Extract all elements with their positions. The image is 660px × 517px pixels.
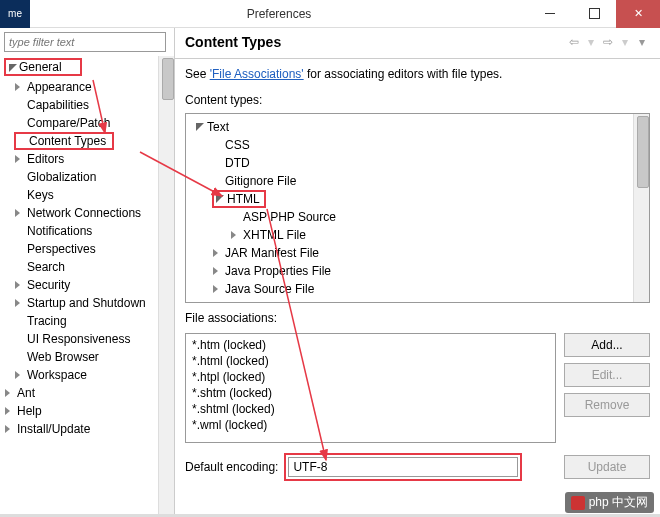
encoding-label: Default encoding: [185,460,278,474]
app-badge: me [0,0,30,28]
edit-button[interactable]: Edit... [564,363,650,387]
content-types-label: Content types: [185,93,650,107]
list-item[interactable]: *.htpl (locked) [192,370,549,386]
window-title: Preferences [30,7,528,21]
expand-icon[interactable] [194,122,205,133]
page-title: Content Types [185,34,566,50]
tree-item[interactable]: Web Browser [27,350,99,364]
ct-item[interactable]: Java Source File [225,282,314,296]
expand-icon[interactable] [14,298,25,309]
expand-icon[interactable] [230,230,241,241]
tree-item[interactable]: UI Responsiveness [27,332,130,346]
expand-icon[interactable] [6,62,17,73]
left-panel: General Appearance Capabilities Compare/… [0,28,175,517]
tree-item[interactable]: Editors [27,152,64,166]
expand-icon[interactable] [212,266,223,277]
tree-item[interactable]: Search [27,260,65,274]
tree-item[interactable]: Keys [27,188,54,202]
ct-item[interactable]: CSS [225,138,250,152]
list-item[interactable]: *.htm (locked) [192,338,549,354]
tree-item[interactable]: Globalization [27,170,96,184]
ct-item[interactable]: ASP PHP Source [243,210,336,224]
expand-icon[interactable] [4,424,15,435]
tree-item-help[interactable]: Help [17,404,42,418]
tree-item-content-types[interactable]: Content Types [29,134,106,148]
expand-icon[interactable] [14,370,25,381]
ct-item[interactable]: Java Properties File [225,264,331,278]
expand-icon[interactable] [14,82,25,93]
expand-icon[interactable] [212,284,223,295]
scrollbar[interactable] [633,114,649,302]
expand-icon[interactable] [14,280,25,291]
tree-item[interactable]: Appearance [27,80,92,94]
watermark-icon [571,496,585,510]
tree-item[interactable]: Security [27,278,70,292]
right-panel: Content Types ⇦▾ ⇨▾ ▾ See 'File Associat… [175,28,660,517]
tree-item[interactable]: Workspace [27,368,87,382]
ct-item[interactable]: JAR Manifest File [225,246,319,260]
tree-item[interactable]: Startup and Shutdown [27,296,146,310]
tree-item[interactable]: Compare/Patch [27,116,110,130]
expand-icon[interactable] [4,388,15,399]
tree-item-ant[interactable]: Ant [17,386,35,400]
filter-input[interactable] [4,32,166,52]
ct-item[interactable]: Gitignore File [225,174,296,188]
ct-html[interactable]: HTML [227,192,260,206]
list-item[interactable]: *.shtm (locked) [192,386,549,402]
tree-item-install[interactable]: Install/Update [17,422,90,436]
expand-icon[interactable] [4,406,15,417]
intro-text: See 'File Associations' for associating … [185,67,650,81]
scrollbar[interactable] [158,56,174,517]
tree-item-general[interactable]: General [19,60,62,74]
close-button[interactable] [616,0,660,28]
ct-item[interactable]: XHTML File [243,228,306,242]
nav-menu-icon[interactable]: ▾ [634,35,650,49]
list-item[interactable]: *.html (locked) [192,354,549,370]
tree-item[interactable]: Tracing [27,314,67,328]
add-button[interactable]: Add... [564,333,650,357]
tree-item[interactable]: Network Connections [27,206,141,220]
file-assoc-list[interactable]: *.htm (locked) *.html (locked) *.htpl (l… [185,333,556,443]
list-item[interactable]: *.wml (locked) [192,418,549,434]
maximize-button[interactable] [572,0,616,28]
titlebar: me Preferences [0,0,660,28]
encoding-input[interactable] [288,457,518,477]
watermark: php 中文网 [565,492,654,513]
file-assoc-label: File associations: [185,311,650,325]
minimize-button[interactable] [528,0,572,28]
update-button[interactable]: Update [564,455,650,479]
ct-item[interactable]: DTD [225,156,250,170]
tree-item[interactable]: Perspectives [27,242,96,256]
preferences-tree[interactable]: General Appearance Capabilities Compare/… [0,56,158,517]
nav-back-icon[interactable]: ⇦ [566,35,582,49]
ct-text[interactable]: Text [207,120,229,134]
list-item[interactable]: *.shtml (locked) [192,402,549,418]
tree-item[interactable]: Capabilities [27,98,89,112]
content-types-tree[interactable]: Text CSS DTD Gitignore File HTML ASP PHP… [186,114,633,302]
remove-button[interactable]: Remove [564,393,650,417]
expand-icon[interactable] [212,248,223,259]
expand-icon[interactable] [14,208,25,219]
tree-item[interactable]: Notifications [27,224,92,238]
nav-forward-icon[interactable]: ⇨ [600,35,616,49]
expand-icon[interactable] [214,194,225,205]
file-associations-link[interactable]: 'File Associations' [210,67,304,81]
expand-icon[interactable] [14,154,25,165]
